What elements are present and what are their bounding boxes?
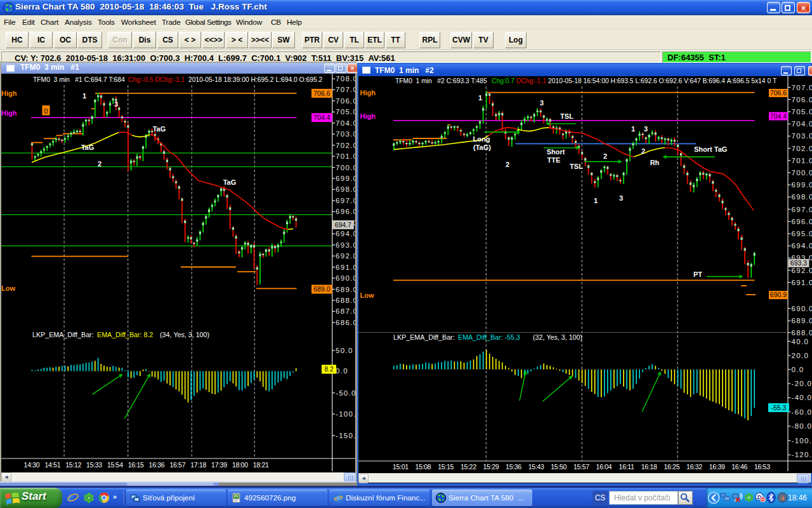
svg-text:703.0: 703.0: [792, 132, 812, 140]
svg-text:694.7: 694.7: [335, 221, 351, 229]
svg-text:1: 1: [594, 197, 598, 204]
svg-text:3: 3: [619, 194, 623, 202]
svg-text:17:18: 17:18: [190, 461, 206, 469]
svg-text:LKP_EMA_Diff_Bar:: LKP_EMA_Diff_Bar:: [393, 333, 455, 341]
svg-text:TaG: TaG: [153, 125, 166, 133]
svg-text:15:08: 15:08: [416, 463, 431, 471]
svg-text:High: High: [360, 112, 376, 120]
svg-text:EMA_Diff_Bar: 8.2: EMA_Diff_Bar: 8.2: [97, 331, 153, 338]
svg-text:692.0: 692.0: [336, 252, 355, 260]
svg-text:15:22: 15:22: [461, 463, 476, 471]
svg-text:16:46: 16:46: [731, 463, 747, 471]
svg-text:2: 2: [641, 147, 645, 155]
svg-text:14:30: 14:30: [24, 461, 40, 469]
svg-text:50.0: 50.0: [336, 347, 353, 354]
svg-text:688.0: 688.0: [336, 297, 355, 304]
svg-text:-60.0: -60.0: [792, 408, 812, 416]
svg-text:15:43: 15:43: [528, 463, 544, 471]
svg-text:690.0: 690.0: [336, 274, 355, 282]
svg-text:-20.0: -20.0: [792, 380, 812, 387]
svg-text:0.0: 0.0: [792, 366, 804, 373]
svg-text:a: a: [781, 494, 784, 501]
svg-text:Chg:0.7: Chg:0.7: [492, 77, 514, 84]
svg-text:Long: Long: [473, 135, 490, 143]
svg-text:8.2: 8.2: [324, 365, 334, 373]
svg-text:698.0: 698.0: [792, 193, 812, 201]
svg-text:-120.0: -120.0: [792, 451, 812, 458]
svg-text:15:54: 15:54: [107, 461, 123, 469]
svg-text:0.0: 0.0: [336, 367, 348, 375]
svg-text:-40.0: -40.0: [792, 394, 812, 401]
svg-text:695.0: 695.0: [792, 230, 812, 237]
svg-text:702.0: 702.0: [792, 145, 812, 152]
svg-text:DChg:-1.1: DChg:-1.1: [516, 77, 546, 84]
svg-text:2: 2: [506, 161, 509, 168]
svg-text:704.4: 704.4: [770, 112, 787, 120]
svg-text:(34, Yes, 3, 100): (34, Yes, 3, 100): [160, 331, 209, 338]
svg-text:697.0: 697.0: [336, 197, 355, 204]
svg-text:16:25: 16:25: [664, 463, 679, 471]
svg-text:Low: Low: [360, 291, 374, 299]
svg-text:2010-05-18 16:54:00 H:693.5 L:: 2010-05-18 16:54:00 H:693.5 L:692.6 O:69…: [548, 77, 777, 84]
svg-text:18:21: 18:21: [253, 461, 269, 469]
svg-text:689.0: 689.0: [792, 317, 812, 324]
svg-text:0: 0: [44, 107, 48, 115]
svg-text:-100.0: -100.0: [336, 410, 355, 418]
svg-text:e: e: [69, 491, 74, 504]
svg-text:707.0: 707.0: [336, 86, 355, 93]
svg-text:-150.0: -150.0: [336, 432, 355, 439]
svg-text:693.0: 693.0: [336, 241, 355, 249]
svg-text:699.0: 699.0: [336, 175, 355, 182]
svg-text:701.0: 701.0: [792, 157, 812, 164]
svg-text:686.0: 686.0: [336, 319, 355, 326]
svg-text:(32, Yes, 3, 100): (32, Yes, 3, 100): [533, 333, 582, 341]
svg-text:699.0: 699.0: [792, 181, 812, 189]
svg-text:15:12: 15:12: [65, 461, 81, 469]
svg-text:16:39: 16:39: [709, 463, 725, 471]
svg-text:705.0: 705.0: [792, 108, 812, 116]
svg-text:689.0: 689.0: [313, 285, 330, 293]
svg-text:3: 3: [114, 100, 118, 108]
svg-text:691.0: 691.0: [792, 279, 812, 286]
svg-text:1: 1: [478, 94, 482, 102]
svg-text:16:15: 16:15: [128, 461, 144, 469]
svg-text:701.0: 701.0: [336, 152, 355, 160]
svg-text:EMA_Diff_Bar: -55.3: EMA_Diff_Bar: -55.3: [458, 333, 520, 341]
svg-text:Short TaG: Short TaG: [694, 145, 727, 153]
svg-text:689.0: 689.0: [336, 286, 355, 293]
svg-text:702.0: 702.0: [336, 142, 355, 149]
svg-text:692.0: 692.0: [792, 267, 812, 274]
svg-text:-50.0: -50.0: [336, 389, 355, 397]
svg-text:20.0: 20.0: [792, 352, 809, 359]
svg-text:TSL: TSL: [570, 163, 583, 170]
svg-text:2: 2: [603, 152, 607, 160]
svg-text:15:15: 15:15: [438, 463, 454, 471]
svg-text:14:51: 14:51: [44, 461, 60, 469]
svg-text:1: 1: [82, 92, 86, 100]
svg-text:694.0: 694.0: [336, 230, 355, 237]
svg-text:706.0: 706.0: [336, 97, 355, 105]
svg-text:Chg:-0.5 DChg:-1.1: Chg:-0.5 DChg:-1.1: [128, 76, 185, 83]
svg-text:3: 3: [644, 125, 648, 133]
svg-text:703.0: 703.0: [336, 130, 355, 138]
svg-text:Low: Low: [1, 284, 15, 292]
svg-text:690.0: 690.0: [792, 305, 812, 312]
svg-text:TSL: TSL: [560, 112, 573, 120]
svg-text:16:11: 16:11: [619, 463, 634, 471]
svg-text:15:29: 15:29: [483, 463, 499, 471]
svg-text:TaG: TaG: [81, 144, 95, 151]
svg-text:688.0: 688.0: [792, 329, 812, 337]
svg-text:706.6: 706.6: [770, 89, 787, 97]
svg-text:High: High: [1, 109, 17, 117]
svg-text:LKP_EMA_Diff_Bar:: LKP_EMA_Diff_Bar:: [32, 331, 94, 338]
svg-text:700.0: 700.0: [336, 164, 355, 171]
svg-text:700.0: 700.0: [792, 169, 812, 177]
svg-text:1: 1: [631, 125, 635, 133]
svg-text:2010-05-18 18:39:00 H:695.2 L:: 2010-05-18 18:39:00 H:695.2 L:694.0 O:69…: [188, 76, 323, 83]
svg-text:698.0: 698.0: [336, 185, 355, 193]
svg-text:704.0: 704.0: [792, 120, 812, 128]
svg-text:691.0: 691.0: [336, 264, 355, 271]
svg-text:High: High: [1, 90, 17, 97]
svg-text:690.9: 690.9: [770, 291, 787, 298]
svg-text:3: 3: [540, 99, 544, 107]
